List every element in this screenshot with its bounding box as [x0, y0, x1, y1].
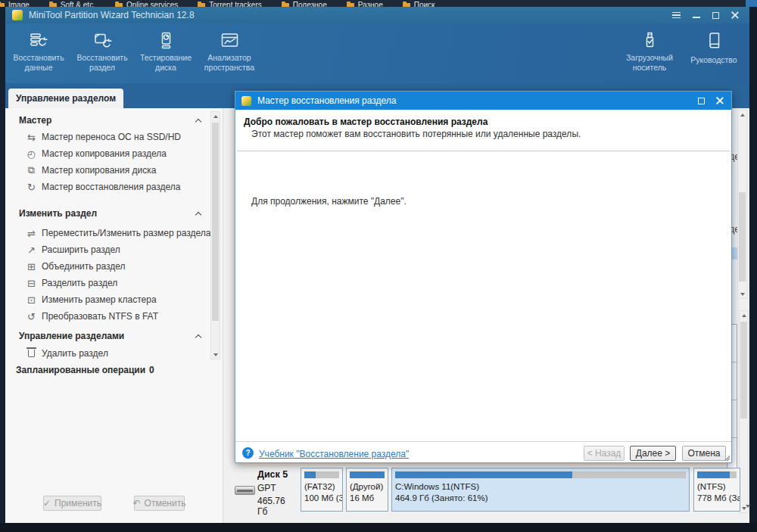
help-icon[interactable]: ? — [242, 447, 254, 459]
scroll-up-icon[interactable] — [211, 112, 220, 120]
sidebar-item-merge[interactable]: ⊞Объединить раздел — [25, 258, 207, 275]
resize-grip[interactable] — [724, 455, 730, 461]
desktop-edge-right — [749, 7, 757, 532]
sidebar-scrollbar[interactable] — [210, 111, 220, 359]
bookmark-item[interactable]: Online services — [115, 1, 178, 7]
toolbar-partition-recovery[interactable]: Восстановитьраздел — [70, 30, 134, 73]
toolbar-data-recovery[interactable]: Восстановитьданные — [7, 30, 70, 73]
pending-operations-label: Запланированные операции — [16, 365, 145, 375]
sidebar-section-modify-partition[interactable]: Изменить раздел — [19, 206, 207, 221]
disk-info[interactable]: Диск 5 GPT 465.76 Гб — [227, 468, 297, 513]
usage-bar — [350, 471, 385, 478]
scroll-down-icon[interactable] — [738, 290, 746, 298]
sidebar-item-label: Изменить размер кластера — [42, 294, 157, 305]
toolbar-label: раздел — [89, 63, 115, 72]
sidebar-item-label: Разделить раздел — [42, 278, 117, 288]
toolbar-guide[interactable]: Руководство — [683, 30, 745, 73]
merge-partition-icon: ⊞ — [25, 261, 38, 272]
disk-size: 465.76 Гб — [257, 496, 297, 517]
sidebar-item-cluster-size[interactable]: ⊡Изменить размер кластера — [25, 291, 207, 308]
partition-label: (NTFS) — [697, 481, 737, 493]
hdd-icon — [235, 486, 255, 495]
sidebar-item-move-resize[interactable]: ⇌Переместить/Изменить размер раздела — [25, 225, 207, 241]
toolbar-label: носитель — [633, 63, 667, 72]
apply-button[interactable]: ✓ Применить — [43, 496, 101, 511]
sidebar-item-copy-disk[interactable]: ⧉Мастер копирования диска — [25, 162, 207, 179]
bookmark-label: Image — [8, 1, 30, 7]
sidebar-item-extend[interactable]: ↗Расширить раздел — [25, 241, 207, 258]
toolbar-bootable-media[interactable]: Загрузочныйноситель — [619, 30, 680, 73]
disk-map-bar: Диск 5 GPT 465.76 Гб (FAT32) 100 Мб (За … — [227, 468, 749, 515]
sidebar-section-manage-partitions[interactable]: Управление разделами — [19, 328, 207, 344]
sidebar-item-migrate-os[interactable]: ⇆Мастер переноса ОС на SSD/HD — [25, 129, 207, 145]
back-button[interactable]: < Назад — [584, 446, 625, 461]
scroll-down-icon[interactable] — [211, 350, 220, 359]
bookmark-item[interactable]: Поиск — [403, 1, 435, 7]
chevron-up-icon[interactable] — [195, 334, 201, 340]
toolbar-disk-test[interactable]: Тестированиедиска — [134, 30, 198, 73]
sidebar-item-split[interactable]: ⊟Разделить раздел — [25, 275, 207, 291]
partition-other[interactable]: (Другой) 16 Мб — [346, 468, 388, 512]
bookmark-item[interactable]: Полезное — [282, 1, 327, 7]
scroll-down-icon[interactable] — [743, 501, 752, 511]
scrollbar-thumb[interactable] — [740, 322, 747, 418]
toolbar-label: Восстановить — [76, 53, 127, 62]
sidebar-item-label: Мастер восстановления раздела — [42, 182, 180, 192]
partition-label: (FAT32) — [304, 481, 339, 493]
scrollbar-thumb[interactable] — [739, 192, 746, 282]
separator — [237, 151, 730, 151]
cancel-button[interactable]: Отмена — [682, 446, 726, 461]
dialog-title: Мастер восстановления раздела — [257, 95, 396, 106]
sidebar-item-label: Мастер копирования раздела — [42, 148, 167, 159]
partition-c-windows[interactable]: C:Windows 11(NTFS) 464.9 Гб (Занято: 61%… — [391, 468, 690, 512]
next-button[interactable]: Далее > — [630, 446, 676, 461]
toolbar-label: данные — [25, 63, 53, 72]
undo-button[interactable]: ↶ Отменить — [134, 496, 185, 511]
partition-ntfs[interactable]: (NTFS) 778 Мб (За — [693, 468, 740, 512]
chevron-up-icon[interactable] — [195, 211, 201, 217]
sidebar-item-label: Преобразовать NTFS в FAT — [42, 311, 158, 322]
migrate-os-icon: ⇆ — [25, 132, 38, 143]
toolbar-space-analyzer[interactable]: Анализаторпространства — [198, 30, 261, 73]
browser-bookmarks-bar: Image Soft & etc. Online services Torren… — [0, 0, 757, 7]
copy-disk-icon: ⧉ — [25, 164, 38, 176]
dialog-instruction: Для продолжения, нажмите "Далее". — [251, 196, 407, 207]
minimize-icon[interactable] — [693, 17, 700, 18]
partition-fat32[interactable]: (FAT32) 100 Мб (За — [301, 468, 343, 512]
copy-partition-icon: ◴ — [25, 148, 38, 160]
menu-icon[interactable] — [672, 12, 681, 18]
dialog-maximize-icon[interactable] — [698, 98, 705, 104]
partition-recovery-icon — [92, 30, 113, 51]
scroll-up-icon[interactable] — [738, 110, 746, 119]
sidebar-item-label: Переместить/Изменить размер раздела — [42, 228, 210, 238]
bookmark-item[interactable]: Torrent trackers — [198, 1, 261, 7]
chevron-up-icon[interactable] — [195, 118, 201, 124]
disk-list-scrollbar[interactable] — [737, 110, 747, 299]
bookmark-item[interactable]: Soft & etc. — [49, 1, 95, 7]
sidebar-section-wizard[interactable]: Мастер — [19, 113, 207, 128]
sidebar-item-delete-partition[interactable]: Удалить раздел — [25, 345, 207, 362]
partition-info: 100 Мб (За — [304, 493, 339, 504]
maximize-icon[interactable] — [712, 12, 719, 19]
close-icon[interactable] — [731, 11, 739, 19]
sidebar-item-convert-ntfs-fat[interactable]: ↺Преобразовать NTFS в FAT — [25, 308, 207, 325]
sidebar-item-copy-partition[interactable]: ◴Мастер копирования раздела — [25, 145, 207, 162]
bookmark-item[interactable]: Разное — [347, 1, 383, 7]
check-icon: ✓ — [43, 498, 51, 509]
app-title: MiniTool Partition Wizard Technician 12.… — [29, 10, 195, 20]
usage-bar — [395, 471, 686, 478]
scroll-up-icon[interactable] — [740, 311, 748, 319]
apply-label: Применить — [55, 498, 101, 509]
convert-icon: ↺ — [25, 311, 38, 322]
partition-info: 16 Мб — [350, 493, 385, 504]
tab-partition-management[interactable]: Управление разделом — [8, 89, 123, 108]
tutorial-link[interactable]: Учебник "Восстановление раздела" — [259, 449, 409, 459]
dialog-close-icon[interactable] — [716, 97, 724, 104]
sidebar-item-label: Расширить раздел — [42, 244, 120, 255]
toolbar: Восстановитьданные Восстановитьраздел Те… — [5, 23, 749, 83]
toolbar-label: Руководство — [690, 55, 737, 64]
bookmark-item[interactable]: Image — [0, 1, 30, 7]
sidebar-item-partition-recovery[interactable]: ↻Мастер восстановления раздела — [25, 179, 207, 195]
scrollbar-thumb[interactable] — [212, 123, 219, 321]
bootable-media-icon — [640, 30, 660, 51]
